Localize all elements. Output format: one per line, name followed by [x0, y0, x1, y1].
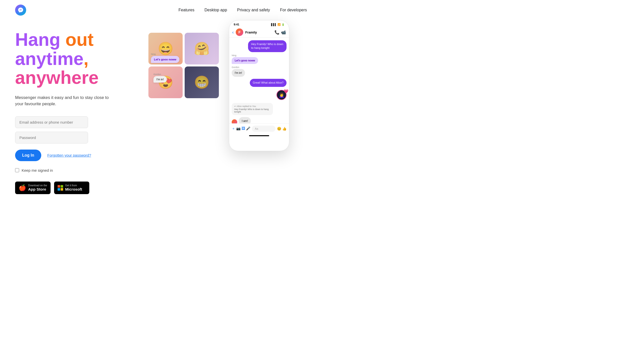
msg-label-gordon: Gordon: [232, 66, 239, 68]
reply-ref-text: Hey Framily! Who is down to hang tonight: [234, 108, 270, 113]
signal-icon: ▌▌▌: [271, 23, 276, 26]
hero-out: out: [65, 29, 94, 50]
back-button[interactable]: ‹: [232, 30, 234, 35]
msg-label-ning: Ning: [232, 54, 236, 57]
keep-signed-label[interactable]: Keep me signed in: [22, 168, 53, 172]
messenger-icon: [15, 5, 26, 16]
password-input[interactable]: [15, 132, 88, 144]
logo[interactable]: [15, 5, 26, 16]
main-content: Hang out anytime, anywhere Messenger mak…: [0, 25, 322, 194]
login-form: [15, 116, 136, 144]
msg-bubble-2: Great! What about Alice?: [250, 79, 287, 87]
wifi-icon: 📶: [277, 23, 280, 26]
phone-call-icon[interactable]: 📞: [274, 30, 279, 35]
message-4: Great! What about Alice?: [232, 79, 287, 87]
apple-store-small-text: Download on the: [28, 184, 47, 187]
forgot-password-link[interactable]: Forgotten your password?: [47, 153, 91, 157]
apple-store-big-text: App Store: [28, 187, 47, 192]
video-cell-2: [185, 33, 219, 64]
microsoft-store-big-text: Microsoft: [65, 187, 82, 192]
messages-area: Hey Framily! Who is down to hang tonight…: [229, 38, 289, 123]
phone-frame: 9:41 ▌▌▌ 📶 🔋 ‹ F Framily 📞 📹: [229, 20, 289, 151]
hero-subtitle: Messenger makes it easy and fun to stay …: [15, 94, 116, 107]
hero-anytime: anytime,: [15, 49, 89, 69]
photo-icon[interactable]: 🖼: [242, 126, 245, 131]
keep-signed-row: Keep me signed in: [15, 168, 136, 172]
nav-developers[interactable]: For developers: [280, 8, 307, 12]
microsoft-store-button[interactable]: Get it from Microsoft: [54, 182, 89, 194]
nav-desktop[interactable]: Desktop app: [205, 8, 227, 12]
microsoft-store-small-text: Get it from: [65, 184, 82, 187]
left-panel: Hang out anytime, anywhere Messenger mak…: [15, 25, 136, 194]
home-indicator: [249, 135, 269, 136]
phone-input-bar: ＋ 📷 🖼 🎤 Aa 😊 👍: [229, 123, 289, 134]
hero-title: Hang out anytime, anywhere: [15, 30, 136, 87]
battery-icon: 🔋: [281, 23, 285, 26]
message-1: Hey Framily! Who is down to hang tonight: [232, 40, 287, 52]
group-avatar: F: [236, 28, 243, 36]
message-3: Gordon I'm in!: [232, 66, 287, 77]
hero-hang: Hang: [15, 29, 65, 50]
plus-icon[interactable]: ＋: [232, 126, 235, 131]
reply-label: ↩ Alice replied to You: [234, 105, 270, 108]
reply-bubble: ↩ Alice replied to You Hey Framily! Who …: [232, 103, 273, 115]
hero-anywhere: anywhere: [15, 67, 99, 88]
navigation: Features Desktop app Privacy and safety …: [0, 0, 322, 20]
status-bar: 9:41 ▌▌▌ 📶 🔋: [229, 20, 289, 27]
chat-bubble-ning: Ning Let's gooo noww: [151, 53, 179, 63]
message-iam: I am!: [232, 117, 287, 123]
like-icon[interactable]: 👍: [282, 127, 287, 131]
sender-avatar: [232, 119, 237, 123]
app-buttons: 🍎 Download on the App Store Get it from …: [15, 182, 136, 194]
group-name: Framily: [245, 30, 272, 34]
right-panel: Ning Let's gooo noww Gordon I'm in! 9:41…: [136, 20, 307, 166]
chat-bubble-gordon: Gordon I'm in!: [153, 73, 167, 83]
microsoft-icon: [58, 185, 63, 191]
input-left-icons: ＋ 📷 🖼 🎤: [232, 126, 250, 131]
nav-links: Features Desktop app Privacy and safety …: [179, 8, 307, 12]
login-button[interactable]: Log In: [15, 150, 41, 161]
keep-signed-checkbox[interactable]: [15, 168, 19, 172]
apple-icon: 🍎: [19, 184, 26, 191]
input-right-icons: 😊 👍: [277, 127, 287, 131]
nav-privacy[interactable]: Privacy and safety: [237, 8, 270, 12]
msg-bubble-1: Hey Framily! Who is down to hang tonight: [248, 40, 287, 52]
message-reply: ↩ Alice replied to You Hey Framily! Who …: [232, 103, 287, 115]
status-icons: ▌▌▌ 📶 🔋: [271, 23, 285, 26]
emoji-icon[interactable]: 😊: [277, 127, 281, 131]
form-actions: Log In Forgotten your password?: [15, 150, 136, 161]
video-cell-4: [185, 66, 219, 98]
nav-features[interactable]: Features: [179, 8, 194, 12]
email-input[interactable]: [15, 116, 88, 128]
alice-avatar-row: 🙍‍♀️ 💗: [232, 90, 287, 100]
video-call-icon[interactable]: 📹: [281, 30, 286, 35]
video-call-grid: [148, 33, 219, 98]
status-time: 9:41: [234, 23, 239, 26]
phone-mockup-area: Ning Let's gooo noww Gordon I'm in! 9:41…: [148, 20, 294, 166]
call-icons: 📞 📹: [274, 30, 286, 35]
mic-icon[interactable]: 🎤: [246, 126, 250, 131]
apple-store-button[interactable]: 🍎 Download on the App Store: [15, 182, 51, 194]
message-2: Ning Let's gooo noww: [232, 54, 287, 64]
msg-bubble-iam: I am!: [239, 117, 251, 123]
message-input[interactable]: Aa: [252, 126, 275, 132]
camera-icon[interactable]: 📷: [236, 126, 240, 131]
phone-header: ‹ F Framily 📞 📹: [229, 27, 289, 38]
msg-bubble-gordon: I'm in!: [232, 69, 245, 77]
